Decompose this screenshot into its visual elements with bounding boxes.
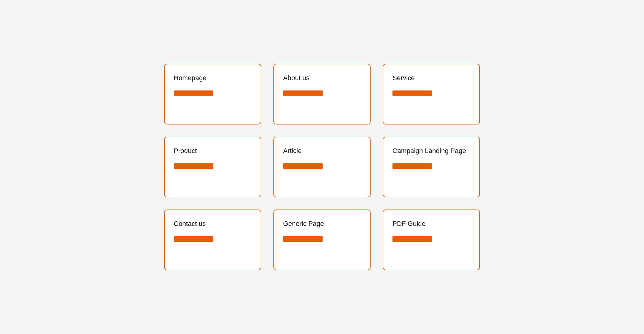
card-product[interactable]: Product (164, 137, 261, 197)
card-bar-product (174, 163, 213, 169)
card-title-product: Product (174, 147, 252, 155)
card-bar-service (392, 90, 432, 96)
card-article[interactable]: Article (273, 137, 371, 197)
card-bar-homepage (174, 90, 213, 96)
card-bar-pdf-guide (392, 236, 432, 242)
card-generic-page[interactable]: Generic Page (273, 210, 371, 270)
card-bar-about-us (283, 90, 323, 96)
card-about-us[interactable]: About us (273, 64, 371, 124)
card-service[interactable]: Service (383, 64, 480, 124)
card-title-homepage: Homepage (174, 74, 252, 82)
card-title-pdf-guide: PDF Guide (392, 220, 470, 228)
card-bar-campaign-landing-page (392, 163, 432, 169)
card-title-article: Article (283, 147, 361, 155)
card-title-campaign-landing-page: Campaign Landing Page (392, 147, 470, 155)
card-grid: HomepageAbout usServiceProductArticleCam… (146, 46, 498, 288)
card-title-contact-us: Contact us (174, 220, 252, 228)
card-title-generic-page: Generic Page (283, 220, 361, 228)
card-title-about-us: About us (283, 74, 361, 82)
card-bar-article (283, 163, 323, 169)
card-bar-generic-page (283, 236, 323, 242)
card-contact-us[interactable]: Contact us (164, 210, 261, 270)
card-campaign-landing-page[interactable]: Campaign Landing Page (383, 137, 480, 197)
card-homepage[interactable]: Homepage (164, 64, 261, 124)
card-title-service: Service (392, 74, 470, 82)
card-pdf-guide[interactable]: PDF Guide (383, 210, 480, 270)
card-bar-contact-us (174, 236, 213, 242)
